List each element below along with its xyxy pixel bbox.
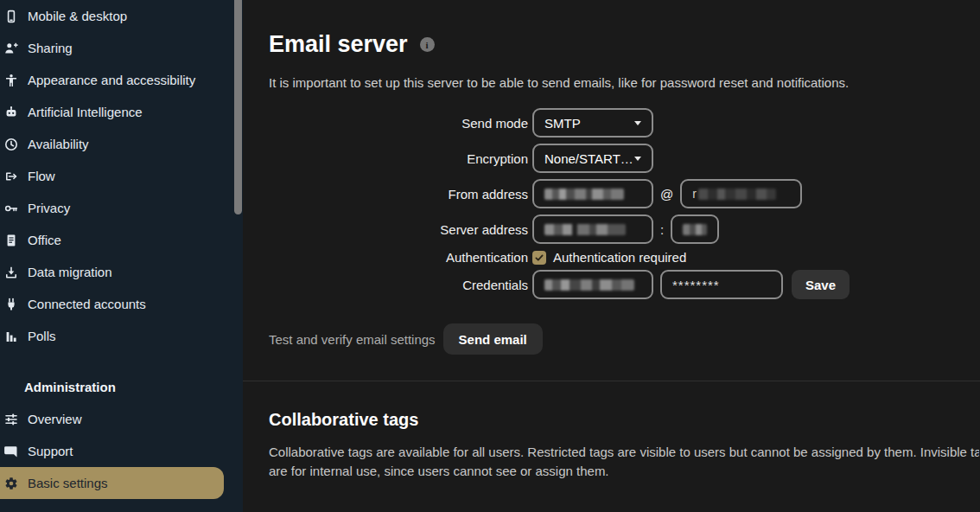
- send-mode-label: Send mode: [269, 116, 528, 131]
- server-address-row: Server address :: [269, 214, 980, 244]
- credentials-label: Credentials: [269, 278, 528, 292]
- send-mode-select[interactable]: SMTP: [532, 108, 653, 138]
- bar-chart-icon: [4, 330, 18, 343]
- send-mode-value: SMTP: [544, 116, 581, 131]
- gear-icon: [4, 477, 18, 490]
- robot-icon: [4, 106, 18, 119]
- collaborative-tags-title: Collaborative tags: [269, 410, 980, 430]
- email-server-description: It is important to set up this server to…: [269, 75, 980, 90]
- sharing-icon: [4, 42, 18, 55]
- save-button[interactable]: Save: [792, 270, 850, 299]
- sidebar-item-label: Availability: [28, 137, 89, 151]
- sidebar-item-basic-settings[interactable]: Basic settings: [0, 467, 224, 499]
- flow-icon: [4, 170, 18, 183]
- tune-icon: [4, 413, 18, 426]
- sidebar-item-label: Mobile & desktop: [28, 9, 127, 23]
- credentials-password-input[interactable]: ********: [660, 270, 783, 299]
- sidebar-item-label: Sharing: [28, 41, 73, 55]
- test-email-text: Test and verify email settings: [269, 332, 436, 347]
- sidebar-item-office[interactable]: Office: [0, 224, 243, 256]
- sidebar-item-label: Flow: [28, 169, 55, 183]
- from-address-local-input[interactable]: [532, 179, 653, 208]
- encryption-select[interactable]: None/START…: [532, 144, 653, 173]
- sidebar-item-sharing[interactable]: Sharing: [0, 32, 243, 64]
- server-port-input[interactable]: [671, 214, 719, 244]
- sidebar-item-mobile-desktop[interactable]: Mobile & desktop: [0, 0, 243, 32]
- accessibility-icon: [4, 74, 18, 87]
- sidebar-item-overview[interactable]: Overview: [0, 403, 243, 435]
- download-icon: [4, 266, 18, 279]
- section-divider: [243, 381, 980, 381]
- authentication-checkbox-label[interactable]: Authentication required: [553, 250, 686, 265]
- send-mode-row: Send mode SMTP: [269, 108, 980, 138]
- sidebar-item-artificial-intelligence[interactable]: Artificial Intelligence: [0, 96, 243, 128]
- send-email-button[interactable]: Send email: [443, 323, 543, 355]
- authentication-checkbox[interactable]: [532, 251, 546, 265]
- sidebar-item-label: Privacy: [28, 201, 70, 215]
- redacted-value: [544, 279, 634, 291]
- sidebar-item-flow[interactable]: Flow: [0, 160, 243, 192]
- key-icon: [4, 202, 18, 215]
- from-address-domain-input[interactable]: r: [680, 179, 802, 208]
- domain-prefix: r: [692, 187, 697, 201]
- sidebar-spacer: [0, 352, 243, 371]
- chevron-down-icon: [634, 157, 641, 161]
- sidebar-item-label: Polls: [28, 329, 56, 343]
- sidebar-item-label: Data migration: [28, 265, 112, 279]
- mobile-desktop-icon: [4, 10, 18, 23]
- sidebar-item-label: Basic settings: [28, 476, 108, 490]
- credentials-user-input[interactable]: [532, 270, 653, 299]
- collaborative-tags-description: Collaborative tags are available for all…: [269, 443, 980, 481]
- sidebar-item-availability[interactable]: Availability: [0, 128, 243, 160]
- collaborative-tags-section: Collaborative tags Collaborative tags ar…: [269, 410, 980, 481]
- tags-description-line: Collaborative tags are available for all…: [269, 443, 979, 462]
- chevron-down-icon: [634, 121, 641, 125]
- email-server-form: Send mode SMTP Encryption None/START…: [269, 108, 980, 355]
- sidebar-item-data-migration[interactable]: Data migration: [0, 256, 243, 288]
- chat-bubble-icon: [4, 445, 18, 458]
- page-title: Email server: [269, 31, 408, 58]
- settings-sidebar: Mobile & desktop Sharing Appearance and …: [0, 0, 243, 512]
- sidebar-section-administration: Administration: [0, 371, 243, 403]
- check-icon: [534, 253, 544, 263]
- sidebar-item-label: Overview: [28, 412, 82, 426]
- email-server-section: Email server i It is important to set up…: [269, 31, 980, 355]
- sidebar-item-connected-accounts[interactable]: Connected accounts: [0, 288, 243, 320]
- from-address-row: From address @ r: [269, 179, 980, 208]
- admin-settings-content: Email server i It is important to set up…: [243, 0, 980, 512]
- sidebar-item-label: Support: [28, 444, 73, 458]
- sidebar-scrollbar-thumb[interactable]: [234, 0, 242, 214]
- sidebar-item-polls[interactable]: Polls: [0, 320, 243, 352]
- redacted-value: [698, 189, 776, 200]
- encryption-value: None/START…: [544, 151, 633, 166]
- at-separator: @: [660, 187, 673, 202]
- sidebar-item-privacy[interactable]: Privacy: [0, 192, 243, 224]
- sidebar-item-appearance-accessibility[interactable]: Appearance and accessibility: [0, 64, 243, 96]
- server-address-label: Server address: [269, 222, 528, 237]
- server-host-input[interactable]: [532, 214, 653, 244]
- redacted-value: [544, 224, 626, 235]
- authentication-row: Authentication Authentication required: [269, 250, 980, 265]
- info-icon[interactable]: i: [420, 37, 435, 52]
- document-icon: [4, 234, 18, 247]
- redacted-value: [683, 224, 707, 235]
- sidebar-item-support[interactable]: Support: [0, 435, 243, 467]
- redacted-value: [544, 189, 624, 200]
- sidebar-item-label: Connected accounts: [28, 297, 146, 311]
- sidebar-item-label: Artificial Intelligence: [28, 105, 143, 119]
- encryption-row: Encryption None/START…: [269, 144, 980, 173]
- from-address-label: From address: [269, 187, 528, 202]
- authentication-label: Authentication: [269, 250, 528, 265]
- password-mask: ********: [672, 278, 720, 292]
- credentials-row: Credentials ******** Save: [269, 270, 980, 299]
- clock-icon: [4, 138, 18, 151]
- sidebar-item-label: Appearance and accessibility: [28, 73, 195, 87]
- sidebar-item-label: Office: [28, 233, 61, 247]
- colon-separator: :: [660, 222, 664, 237]
- encryption-label: Encryption: [269, 151, 528, 166]
- plug-icon: [4, 298, 18, 311]
- tags-description-line: are for internal use, since users cannot…: [269, 462, 979, 481]
- test-email-row: Test and verify email settings Send emai…: [269, 323, 980, 355]
